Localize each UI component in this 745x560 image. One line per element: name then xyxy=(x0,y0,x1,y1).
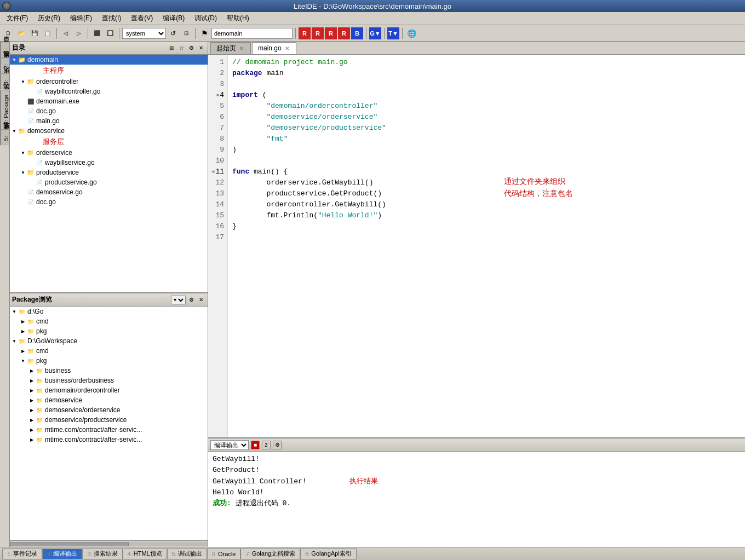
build-btn-r1[interactable]: R xyxy=(299,27,311,39)
file-tree-item[interactable]: 📄demoservice.go xyxy=(10,187,208,197)
pkg-dropdown[interactable]: ▾ xyxy=(171,296,186,304)
tab-startpage-close[interactable]: ✕ xyxy=(238,45,245,52)
menu-help[interactable]: 帮助(H) xyxy=(222,13,254,24)
file-tree-item[interactable]: ▼📁demoservice xyxy=(10,126,208,136)
line-number: 3 xyxy=(208,79,227,90)
pkg-browser-icons: ▾ ⚙ ✕ xyxy=(171,296,205,304)
build-btn-b[interactable]: B xyxy=(351,27,363,39)
file-tree-item[interactable]: ▼📁ordercontroller xyxy=(10,77,208,86)
pkg-browser-header: Package浏览 ▾ ⚙ ✕ xyxy=(10,293,208,307)
pkg-tree-item[interactable]: ▶📁business xyxy=(10,366,208,376)
file-tree-item[interactable]: 📄waybillservice.go xyxy=(10,158,208,168)
build-btn-t[interactable]: T▼ xyxy=(387,27,399,39)
file-tree-item[interactable]: 📄doc.go xyxy=(10,197,208,207)
build-btn-g[interactable]: G▼ xyxy=(369,27,381,39)
status-item-3[interactable]: 3: 搜索结果 xyxy=(82,549,122,559)
tab-maingo-close[interactable]: ✕ xyxy=(284,45,290,51)
pkg-tree-item[interactable]: ▶📁demoservice/productservice xyxy=(10,415,208,425)
menu-history[interactable]: 历史(R) xyxy=(33,13,65,24)
toolbar-btn-8[interactable]: 🔲 xyxy=(104,27,116,39)
pkg-tree-item[interactable]: ▶📁demomain/ordercontroller xyxy=(10,385,208,395)
menu-file[interactable]: 文件(F) xyxy=(2,13,32,24)
status-item-1[interactable]: 1: 事件记录 xyxy=(2,549,42,559)
pkg-tree-item[interactable]: ▶📁pkg xyxy=(10,326,208,336)
status-item-8[interactable]: 8: GolangApi索引 xyxy=(300,549,357,559)
output-settings[interactable]: ⚙ xyxy=(273,441,282,449)
build-btn-r3[interactable]: R xyxy=(325,27,337,39)
output-stop[interactable]: ■ xyxy=(251,441,260,449)
sidebar-tab-3[interactable]: 3: 大纲 xyxy=(0,73,9,89)
status-item-7[interactable]: 7: Golang文档搜索 xyxy=(240,549,300,559)
tab-startpage-label: 起始页 xyxy=(216,44,236,53)
pkg-tree-item[interactable]: ▶📁cmd xyxy=(10,316,208,326)
system-select[interactable]: system xyxy=(122,28,166,39)
annotation-main: 主程序 xyxy=(10,65,208,77)
menu-find[interactable]: 查找(I) xyxy=(98,13,125,24)
pkg-tree-item[interactable]: ▶📁cmd xyxy=(10,346,208,356)
build-btn-r4[interactable]: R xyxy=(338,27,350,39)
file-tree-item[interactable]: 📄main.go xyxy=(10,116,208,126)
pkg-tree-item[interactable]: ▶📁mtime.com/contract/after-servic... xyxy=(10,435,208,444)
toolbar-btn-7[interactable]: ⬛ xyxy=(91,27,103,39)
status-item-6[interactable]: 6: Oracle xyxy=(207,549,241,559)
pkg-tree-item[interactable]: ▼📁D:\GoWorkspace xyxy=(10,336,208,346)
toolbar-btn-4[interactable]: 📋 xyxy=(42,27,54,39)
pkg-browser-panel: Package浏览 ▾ ⚙ ✕ ▼📁d:\Go▶📁cmd▶📁pkg▼📁D:\Go… xyxy=(10,293,208,547)
code-editor[interactable]: 123◀45678910◀11121314151617 // demomain … xyxy=(208,55,745,437)
file-tree-item[interactable]: 📄doc.go xyxy=(10,106,208,116)
sidebar-tab-4[interactable]: 4: Package浏览 xyxy=(0,90,9,129)
sidebar-tabs: 1: 目录 2: 类视图 3: 大纲 4: Package浏览 5: 文件系统 xyxy=(0,42,10,547)
menu-view[interactable]: 查看(V) xyxy=(127,13,157,24)
code-content[interactable]: // demomain project main.gopackage main … xyxy=(228,55,745,437)
output-select[interactable]: 编译输出 xyxy=(210,440,249,450)
pkg-gear[interactable]: ⚙ xyxy=(187,296,196,304)
file-tree-item[interactable]: ▼📁productservice xyxy=(10,168,208,177)
filetree-gear[interactable]: ⚙ xyxy=(187,44,196,53)
pkg-close[interactable]: ✕ xyxy=(197,296,205,304)
menu-edit[interactable]: 编辑(E) xyxy=(66,13,96,24)
line-number: 12 xyxy=(208,177,227,188)
window-icon xyxy=(2,2,11,10)
toolbar-refresh[interactable]: ↺ xyxy=(167,27,179,39)
filetree-close[interactable]: ✕ xyxy=(197,44,205,53)
code-line: "fmt" xyxy=(232,134,741,145)
demomain-input[interactable] xyxy=(211,28,293,39)
filetree-sync[interactable]: ⊞ xyxy=(167,44,176,53)
toolbar-btn-open[interactable]: 📂 xyxy=(15,27,27,39)
code-area: 123◀45678910◀11121314151617 // demomain … xyxy=(208,55,745,437)
toolbar-run-icon[interactable]: ⚑ xyxy=(198,27,210,39)
pkg-scrollbar[interactable] xyxy=(10,540,208,547)
tab-maingo[interactable]: main.go ✕ xyxy=(252,42,296,54)
status-item-5[interactable]: 5: 调试输出 xyxy=(167,549,207,559)
tab-startpage[interactable]: 起始页 ✕ xyxy=(210,42,251,54)
status-item-4[interactable]: 4: HTML预览 xyxy=(123,549,167,559)
file-tree-item[interactable]: 📄productservice.go xyxy=(10,177,208,187)
file-tree-item[interactable]: ⬛demomain.exe xyxy=(10,96,208,106)
toolbar-btn-5[interactable]: ◁ xyxy=(60,27,72,39)
menu-build[interactable]: 编译(B) xyxy=(158,13,189,24)
toolbar-stop[interactable]: ⊡ xyxy=(180,27,192,39)
menu-debug[interactable]: 调试(D) xyxy=(190,13,221,24)
toolbar-btn-new[interactable]: 🗋 xyxy=(2,27,14,39)
toolbar-btn-save[interactable]: 💾 xyxy=(28,27,41,39)
output-clear[interactable]: z xyxy=(262,441,271,449)
status-item-2[interactable]: 2: 编译输出 xyxy=(42,549,82,559)
build-btn-env[interactable]: 🌐 xyxy=(405,27,417,39)
sidebar-tab-5[interactable]: 5: 文件系统 xyxy=(0,129,9,145)
pkg-tree-item[interactable]: ▶📁mtime.com/contract/after-servic... xyxy=(10,425,208,435)
file-tree-item[interactable]: ▼📁demomain xyxy=(10,55,208,65)
pkg-tree-item[interactable]: ▶📁demoservice/orderservice xyxy=(10,405,208,415)
pkg-tree-item[interactable]: ▼📁d:\Go xyxy=(10,307,208,316)
right-area: 起始页 ✕ main.go ✕ 123◀45678910◀11121314151… xyxy=(208,42,745,547)
pkg-tree-item[interactable]: ▶📁business/orderbusiness xyxy=(10,376,208,385)
pkg-tree-item[interactable]: ▶📁demoservice xyxy=(10,395,208,405)
pkg-tree-item[interactable]: ▼📁pkg xyxy=(10,356,208,366)
filetree-add[interactable]: ☆ xyxy=(177,44,186,53)
file-tree-item[interactable]: ▼📁orderservice xyxy=(10,148,208,158)
build-btn-r2[interactable]: R xyxy=(312,27,324,39)
sep4 xyxy=(195,28,196,39)
file-tree-item[interactable]: 📄waybillcontroller.go xyxy=(10,86,208,96)
sidebar-tab-1[interactable]: 1: 目录 xyxy=(0,42,9,57)
sidebar-tab-2[interactable]: 2: 类视图 xyxy=(0,57,9,73)
toolbar-btn-6[interactable]: ▷ xyxy=(73,27,85,39)
